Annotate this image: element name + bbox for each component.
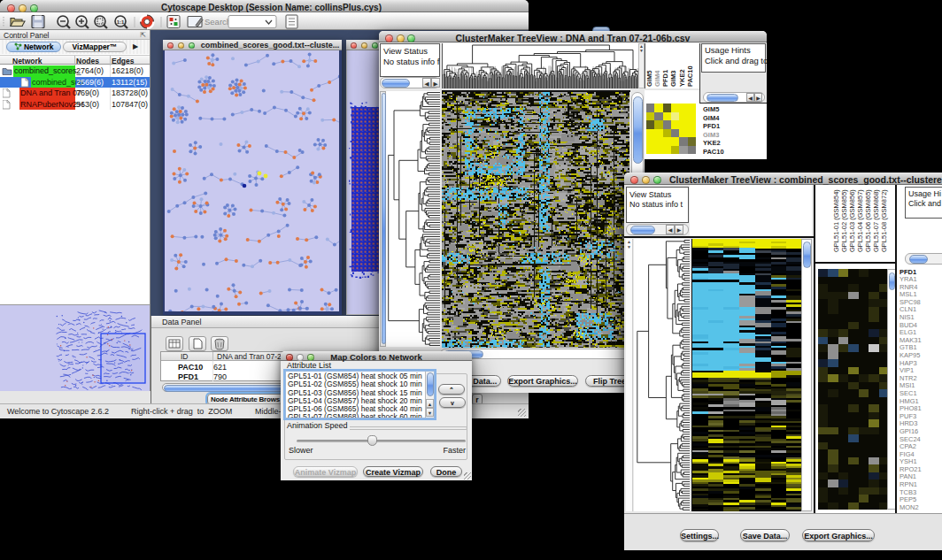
svg-text:GPL51-07 (GSM868): GPL51-07 (GSM868)	[872, 189, 880, 252]
svg-text:GPL51-03 (GSM856): GPL51-03 (GSM856)	[848, 189, 856, 252]
svg-text:GIM4: GIM4	[653, 70, 661, 87]
svg-text:GPL51-06 (GSM865): GPL51-06 (GSM865)	[864, 189, 872, 252]
svg-text:GPL51-04 (GSM857): GPL51-04 (GSM857)	[856, 189, 864, 252]
svg-text:1:1: 1:1	[117, 19, 125, 25]
svg-text:GIM5: GIM5	[645, 71, 653, 87]
svg-text:YKE2: YKE2	[678, 69, 686, 87]
svg-text:PAC10: PAC10	[686, 65, 694, 87]
svg-text:GPL51-01 (GSM854): GPL51-01 (GSM854)	[832, 189, 840, 252]
svg-text:GIM3: GIM3	[669, 71, 677, 87]
svg-text:GPL51-08 (GSM872): GPL51-08 (GSM872)	[880, 189, 888, 252]
svg-text:GPL51-02 (GSM855): GPL51-02 (GSM855)	[840, 189, 848, 252]
svg-text:PFD1: PFD1	[661, 70, 669, 87]
